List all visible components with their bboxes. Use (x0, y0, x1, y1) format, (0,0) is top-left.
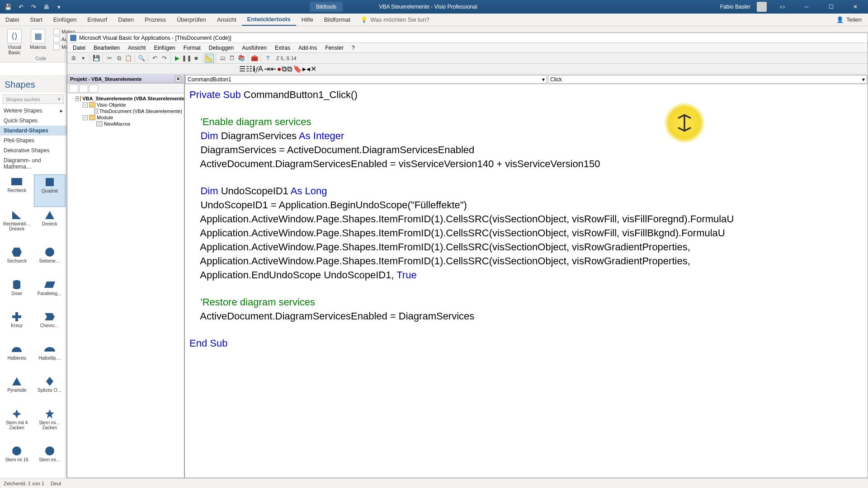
shapes-search[interactable]: Shapes suchen ▾ (3, 94, 64, 104)
view-object-icon[interactable] (79, 84, 88, 93)
tab-start[interactable]: Start (24, 14, 47, 26)
bookmark-icon[interactable]: 🔖 (293, 65, 302, 73)
tell-me-search[interactable]: 💡 Was möchten Sie tun? (356, 14, 434, 26)
menu-einfuegen[interactable]: Einfügen (150, 44, 179, 52)
undo-icon[interactable]: ↶ (17, 3, 24, 10)
shape-pyramide[interactable]: Pyramide (1, 374, 33, 406)
break-icon[interactable]: ❚❚ (182, 54, 191, 63)
view-code-icon[interactable] (69, 84, 78, 93)
menu-format[interactable]: Format (180, 44, 204, 52)
visual-basic-button[interactable]: ⟨⟩ Visual Basic (5, 28, 24, 56)
properties-icon[interactable]: 🗒 (227, 54, 236, 63)
qat-dropdown-icon[interactable]: ▾ (55, 3, 62, 10)
collapse-icon[interactable]: − (75, 96, 79, 101)
tab-datei[interactable]: Datei (0, 14, 24, 26)
shape-siebeneck[interactable]: Siebene… (34, 245, 66, 277)
code-editor[interactable]: Private Sub CommandButton1_Click() 'Enab… (185, 84, 868, 478)
close-icon[interactable]: ✕ (846, 0, 864, 14)
shape-sechseck[interactable]: Sechseck (1, 245, 33, 277)
menu-ansicht[interactable]: Ansicht (124, 44, 149, 52)
copy-icon[interactable]: ⧉ (114, 54, 123, 63)
find-icon[interactable]: 🔍 (137, 54, 146, 63)
cat-standard[interactable]: Standard-Shapes (0, 126, 66, 136)
tab-bildformat[interactable]: Bildformat (319, 14, 356, 26)
tab-einfuegen[interactable]: Einfügen (48, 14, 82, 26)
collapse-icon[interactable]: − (83, 103, 88, 108)
next-bookmark-icon[interactable]: ▸ (302, 65, 306, 73)
tab-ueberpruefen[interactable]: Überprüfen (171, 14, 212, 26)
shape-parallelogramm[interactable]: Parallelog… (34, 277, 66, 309)
shape-halbellipse[interactable]: Halbellip… (34, 342, 66, 374)
menu-addins[interactable]: Add-Ins (295, 44, 321, 52)
save-icon[interactable]: 💾 (5, 3, 12, 10)
cat-pfeil[interactable]: Pfeil-Shapes (0, 136, 66, 145)
collapse-icon[interactable]: − (83, 115, 88, 120)
project-explorer-icon[interactable]: 🗂 (218, 54, 227, 63)
minimize-icon[interactable]: ─ (797, 0, 816, 14)
menu-ausfuehren[interactable]: Ausführen (238, 44, 270, 52)
redo-icon[interactable]: ↷ (30, 3, 37, 10)
object-dropdown[interactable]: CommandButton1▾ (185, 75, 547, 84)
complete-word-icon[interactable]: A (258, 65, 263, 73)
shape-stern4[interactable]: Stern mit 4 Zacken (1, 407, 33, 443)
project-close-icon[interactable]: ✕ (175, 76, 181, 82)
tab-entwicklertools[interactable]: Entwicklertools (242, 14, 296, 26)
cat-dekorative[interactable]: Dekorative Shapes (0, 145, 66, 155)
cat-quick[interactable]: Quick-Shapes (0, 116, 66, 126)
clear-bookmarks-icon[interactable]: ✕ (311, 65, 316, 73)
shape-dose[interactable]: Dose (1, 277, 33, 309)
reset-icon[interactable]: ■ (192, 54, 201, 63)
list-properties-icon[interactable]: ☰ (239, 65, 245, 73)
toolbox-icon[interactable]: 🧰 (250, 54, 259, 63)
menu-extras[interactable]: Extras (271, 44, 294, 52)
shape-quadrat[interactable]: Quadrat (34, 174, 66, 207)
cat-diagramm[interactable]: Diagramm- und Mathema… (0, 155, 66, 172)
shape-stern5[interactable]: Stern mi… Zacken (34, 407, 66, 443)
save-icon[interactable]: 💾 (92, 54, 101, 63)
help-icon[interactable]: ? (263, 54, 272, 63)
paste-icon[interactable]: 📋 (124, 54, 133, 63)
project-tree[interactable]: −VBA_Steuerelemente (VBA Steuerelemente)… (67, 94, 184, 478)
cut-icon[interactable]: ✂ (105, 54, 114, 63)
procedure-dropdown[interactable]: Click▾ (548, 75, 867, 84)
share-button[interactable]: Teilen (846, 16, 862, 23)
shape-dreieck[interactable]: Dreieck (34, 208, 66, 244)
outdent-icon[interactable]: ⇤ (270, 65, 276, 73)
shape-chevron[interactable]: Chevro… (34, 310, 66, 341)
shape-rechteck[interactable]: Rechteck (1, 174, 33, 207)
shape-stern-other[interactable]: Stern mi… (34, 444, 66, 475)
cat-weitere[interactable]: Weitere Shapes▸ (0, 106, 66, 116)
menu-datei[interactable]: Datei (69, 44, 89, 52)
object-browser-icon[interactable]: 📚 (237, 54, 246, 63)
tab-ansicht[interactable]: Ansicht (212, 14, 242, 26)
user-avatar[interactable] (757, 2, 767, 12)
shape-kreuz[interactable]: Kreuz (1, 310, 33, 341)
prev-bookmark-icon[interactable]: ◂ (307, 65, 310, 73)
redo-icon[interactable]: ↷ (160, 54, 169, 63)
ribbon-display-icon[interactable]: ▭ (773, 0, 791, 14)
shape-recht-dreieck[interactable]: Rechtwinkli… Dreieck (1, 208, 33, 244)
list-constants-icon[interactable]: ☷ (246, 65, 252, 73)
makros-button[interactable]: ▦ Makros (27, 28, 49, 56)
insert-module-icon[interactable]: ▾ (79, 54, 88, 63)
maximize-icon[interactable]: ☐ (822, 0, 840, 14)
run-icon[interactable]: ▶ (173, 54, 182, 63)
print-icon[interactable]: 🖶 (42, 3, 50, 10)
parameter-info-icon[interactable]: 𝑓 (256, 65, 258, 73)
shape-halbkreis[interactable]: Halbkreis (1, 342, 33, 374)
menu-help[interactable]: ? (348, 44, 359, 52)
quick-info-icon[interactable]: ℹ (253, 65, 255, 73)
undo-icon[interactable]: ↶ (150, 54, 159, 63)
menu-debuggen[interactable]: Debuggen (205, 44, 237, 52)
indent-icon[interactable]: ⇥ (264, 65, 270, 73)
shape-spitzes[interactable]: Spitzes O… (34, 374, 66, 406)
tab-daten[interactable]: Daten (113, 14, 139, 26)
tab-hilfe[interactable]: Hilfe (296, 14, 319, 26)
tab-prozess[interactable]: Prozess (139, 14, 171, 26)
design-mode-icon[interactable]: 📐 (205, 54, 214, 63)
tab-entwurf[interactable]: Entwurf (82, 14, 113, 26)
breakpoint-icon[interactable]: ● (277, 65, 282, 73)
menu-fenster[interactable]: Fenster (321, 44, 347, 52)
view-visio-icon[interactable]: 🗎 (69, 54, 78, 63)
toggle-folders-icon[interactable] (89, 84, 98, 93)
